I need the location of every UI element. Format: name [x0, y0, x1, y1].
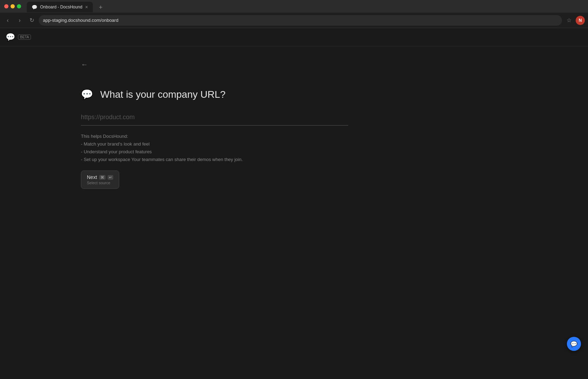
help-intro: This helps DocsHound: — [81, 133, 348, 140]
window-controls — [4, 4, 21, 8]
profile-button[interactable]: N — [575, 15, 585, 25]
help-line1: - Match your brand's look and feel — [81, 140, 348, 148]
close-control[interactable] — [4, 4, 8, 8]
tabs-bar: 💬 Onboard - DocsHound × + — [24, 0, 584, 12]
title-bar: 💬 Onboard - DocsHound × + — [0, 0, 588, 13]
address-text: app-staging.docshound.com/onboard — [43, 18, 558, 23]
bookmark-button[interactable]: ☆ — [564, 15, 574, 25]
main-content: ← 💬 What is your company URL? This helps… — [0, 46, 588, 189]
chat-icon: 💬 — [570, 341, 577, 347]
reload-button[interactable]: ↻ — [27, 15, 37, 25]
address-bar[interactable]: app-staging.docshound.com/onboard — [39, 15, 562, 26]
kbd2-badge: ↵ — [108, 175, 113, 180]
help-text: This helps DocsHound: - Match your brand… — [81, 133, 348, 163]
toolbar-right: ☆ N — [564, 15, 585, 25]
help-line3: - Set up your workspace Your teammates c… — [81, 156, 348, 163]
active-tab[interactable]: 💬 Onboard - DocsHound × — [27, 2, 93, 12]
forward-nav-button[interactable]: › — [15, 15, 25, 25]
back-button[interactable]: ← — [81, 60, 88, 69]
back-nav-button[interactable]: ‹ — [3, 15, 13, 25]
new-tab-button[interactable]: + — [96, 2, 106, 12]
next-button-sub: Select source — [87, 181, 110, 185]
maximize-control[interactable] — [17, 4, 21, 8]
kbd1-badge: ⌘ — [99, 175, 106, 180]
tab-close-icon[interactable]: × — [85, 4, 88, 10]
minimize-control[interactable] — [11, 4, 15, 8]
chat-widget[interactable]: 💬 — [567, 337, 581, 351]
tab-favicon-icon: 💬 — [32, 5, 37, 10]
url-input-container — [81, 111, 348, 126]
url-input[interactable] — [81, 111, 348, 125]
logo-icon: 💬 — [6, 33, 15, 42]
next-button[interactable]: Next ⌘ ↵ Select source — [81, 171, 119, 189]
onboard-header: 💬 What is your company URL? — [81, 89, 348, 100]
next-label: Next — [87, 174, 97, 180]
app-header: 💬 BETA — [0, 28, 588, 46]
onboard-icon: 💬 — [81, 89, 93, 100]
beta-badge: BETA — [18, 34, 31, 40]
browser-chrome: 💬 Onboard - DocsHound × + ‹ › ↻ app-stag… — [0, 0, 588, 28]
next-button-top: Next ⌘ ↵ — [87, 174, 113, 180]
help-line2: - Understand your product features — [81, 148, 348, 156]
tab-title: Onboard - DocsHound — [40, 5, 82, 9]
browser-toolbar: ‹ › ↻ app-staging.docshound.com/onboard … — [0, 13, 588, 28]
profile-avatar: N — [576, 16, 585, 25]
app-logo: 💬 BETA — [6, 33, 31, 42]
onboard-section: 💬 What is your company URL? This helps D… — [81, 89, 348, 189]
onboard-title: What is your company URL? — [100, 89, 225, 100]
